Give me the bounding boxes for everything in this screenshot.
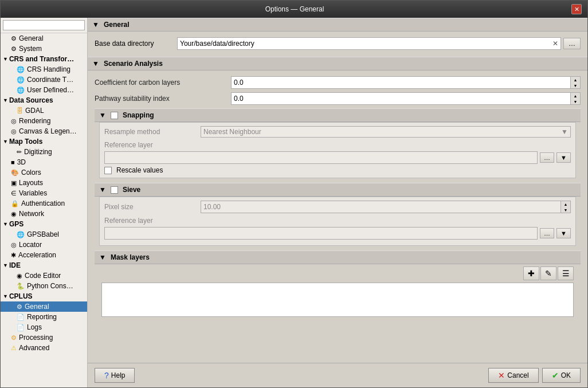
- pathway-suit-input[interactable]: [232, 93, 570, 104]
- sidebar-item-python-cons[interactable]: 🐍 Python Cons…: [1, 281, 87, 291]
- ref-layer-snapping-options-button[interactable]: ▼: [556, 152, 571, 163]
- sidebar-item-authentication[interactable]: 🔒 Authentication: [1, 198, 87, 209]
- sieve-label: Sieve: [123, 186, 140, 194]
- sidebar-item-code-editor[interactable]: ◉ Code Editor: [1, 271, 87, 281]
- pixel-size-spinner-btns: ▲ ▼: [560, 201, 570, 213]
- sidebar-label-gdal: GDAL: [25, 107, 44, 115]
- resample-dropdown[interactable]: Nearest Neighbour ▼: [201, 126, 571, 138]
- sieve-section: ▼ Sieve Pixel size ▲: [95, 183, 581, 246]
- layouts-icon: ▣: [11, 179, 17, 187]
- sidebar-item-general[interactable]: ⚙ General: [1, 33, 87, 44]
- system-icon: ⚙: [11, 45, 17, 53]
- sidebar-item-variables[interactable]: ∈ Variables: [1, 188, 87, 198]
- base-dir-input-wrap: ✕: [177, 37, 561, 50]
- sidebar-item-canvas-legend[interactable]: ◎ Canvas & Legen…: [1, 126, 87, 136]
- sidebar-group-map-tools[interactable]: ▼ Map Tools: [1, 136, 87, 147]
- sidebar-label-authentication: Authentication: [21, 199, 65, 207]
- sidebar-item-reporting[interactable]: 📄 Reporting: [1, 312, 87, 322]
- coeff-carbon-down-button[interactable]: ▼: [571, 83, 580, 88]
- pixel-size-input[interactable]: [201, 201, 560, 213]
- ref-layer-sieve-options-button[interactable]: ▼: [556, 228, 571, 238]
- coeff-carbon-row: Coefficient for carbon layers ▲ ▼: [95, 76, 581, 89]
- sidebar-group-ide[interactable]: ▼ IDE: [1, 260, 87, 271]
- sidebar-label-reporting: Reporting: [27, 313, 57, 321]
- search-input[interactable]: [3, 20, 85, 30]
- mask-list: [101, 283, 574, 317]
- base-dir-input[interactable]: [178, 38, 550, 49]
- coeff-carbon-input[interactable]: [232, 77, 570, 88]
- sidebar-item-advanced[interactable]: ⚠ Advanced: [1, 343, 87, 353]
- locator-icon: ◎: [11, 241, 17, 249]
- pathway-suit-row: Pathway suitability index ▲ ▼: [95, 92, 581, 105]
- mask-layers-section: ▼ Mask layers ✚ ✎ ☰: [95, 250, 581, 322]
- rescale-label: Rescale values: [116, 166, 163, 174]
- sidebar-label-coordinate-t: Coordinate T…: [27, 76, 73, 84]
- resample-row: Resample method Nearest Neighbour ▼: [104, 126, 571, 138]
- pathway-suit-spinner: ▲ ▼: [231, 92, 581, 105]
- sidebar-item-3d[interactable]: ■ 3D: [1, 157, 87, 167]
- pathway-suit-up-button[interactable]: ▲: [571, 93, 580, 99]
- main-window: Options — General ✕ ⚙ General ⚙ System ▼…: [0, 0, 588, 388]
- sidebar-item-layouts[interactable]: ▣ Layouts: [1, 178, 87, 188]
- pixel-size-up-button[interactable]: ▲: [561, 201, 570, 207]
- sidebar-group-crs[interactable]: ▼ CRS and Transfor…: [1, 54, 87, 64]
- mask-layers-body: ✚ ✎ ☰: [95, 266, 581, 322]
- sidebar-item-gdal[interactable]: 🗄 GDAL: [1, 105, 87, 116]
- ok-button[interactable]: ✔ OK: [542, 368, 581, 383]
- rescale-checkbox[interactable]: [104, 167, 112, 174]
- cancel-button[interactable]: ✕ Cancel: [488, 368, 538, 383]
- snapping-body: Resample method Nearest Neighbour ▼ Refe…: [99, 122, 576, 178]
- mask-edit-button[interactable]: ✎: [540, 266, 556, 280]
- coeff-carbon-up-button[interactable]: ▲: [571, 77, 580, 83]
- sidebar-item-locator[interactable]: ◎ Locator: [1, 240, 87, 250]
- coordinate-t-icon: 🌐: [17, 76, 25, 84]
- sidebar-item-system[interactable]: ⚙ System: [1, 44, 87, 54]
- sidebar-item-network[interactable]: ◉ Network: [1, 209, 87, 219]
- sidebar-item-acceleration[interactable]: ✱ Acceleration: [1, 250, 87, 260]
- ref-layer-snapping-browse-button[interactable]: …: [540, 152, 554, 163]
- scenario-section-body: Coefficient for carbon layers ▲ ▼ Pathwa…: [88, 74, 587, 326]
- sidebar-item-gpsbabel[interactable]: 🌐 GPSBabel: [1, 229, 87, 240]
- pixel-size-label: Pixel size: [104, 203, 196, 211]
- sidebar-item-rendering[interactable]: ◎ Rendering: [1, 116, 87, 126]
- ref-layer-sieve-label-row: Reference layer: [104, 217, 571, 225]
- base-dir-browse-button[interactable]: …: [563, 38, 581, 49]
- snapping-section-header: ▼ Snapping: [95, 108, 581, 122]
- coeff-carbon-label: Coefficient for carbon layers: [95, 79, 226, 87]
- sidebar-group-data-sources[interactable]: ▼ Data Sources: [1, 95, 87, 105]
- sidebar-item-coordinate-t[interactable]: 🌐 Coordinate T…: [1, 75, 87, 85]
- sidebar-label-data-sources: Data Sources: [9, 96, 53, 104]
- ref-layer-sieve-input[interactable]: [104, 227, 538, 240]
- sidebar-item-cplus-general[interactable]: ⚙ General: [1, 301, 87, 312]
- sidebar-item-crs-handling[interactable]: 🌐 CRS Handling: [1, 64, 87, 75]
- sieve-checkbox[interactable]: [111, 186, 118, 194]
- ref-layer-snapping-input[interactable]: [104, 151, 538, 164]
- cplus-general-icon: ⚙: [17, 303, 22, 311]
- base-dir-clear-button[interactable]: ✕: [550, 38, 560, 49]
- ref-layer-sieve-browse-button[interactable]: …: [540, 228, 554, 238]
- snapping-checkbox[interactable]: [111, 112, 118, 119]
- sidebar-item-processing[interactable]: ⚙ Processing: [1, 332, 87, 343]
- titlebar: Options — General ✕: [1, 1, 587, 18]
- mask-layers-header: ▼ Mask layers: [95, 250, 581, 264]
- general-section-title: General: [104, 21, 130, 29]
- sidebar-label-user-defined: User Defined…: [27, 86, 74, 94]
- sidebar-item-logs[interactable]: 📄 Logs: [1, 322, 87, 332]
- help-button[interactable]: ? Help: [95, 368, 135, 383]
- coeff-carbon-spinner-btns: ▲ ▼: [570, 77, 580, 88]
- sidebar-group-gps[interactable]: ▼ GPS: [1, 219, 87, 229]
- mask-remove-button[interactable]: ☰: [558, 266, 574, 280]
- sidebar-item-colors[interactable]: 🎨 Colors: [1, 167, 87, 178]
- sidebar-item-digitizing[interactable]: ✏ Digitizing: [1, 147, 87, 157]
- mask-layers-arrow-icon: ▼: [99, 253, 106, 261]
- coeff-carbon-spinner: ▲ ▼: [231, 76, 581, 89]
- pixel-size-down-button[interactable]: ▼: [561, 207, 570, 213]
- sidebar-label-variables: Variables: [19, 189, 47, 197]
- gdal-icon: 🗄: [17, 107, 23, 114]
- close-button[interactable]: ✕: [571, 4, 582, 14]
- sidebar-item-user-defined[interactable]: 🌐 User Defined…: [1, 85, 87, 95]
- user-defined-icon: 🌐: [17, 87, 25, 94]
- mask-add-button[interactable]: ✚: [523, 266, 539, 280]
- sidebar-group-cplus[interactable]: ▼ CPLUS: [1, 291, 87, 301]
- pathway-suit-down-button[interactable]: ▼: [571, 99, 580, 104]
